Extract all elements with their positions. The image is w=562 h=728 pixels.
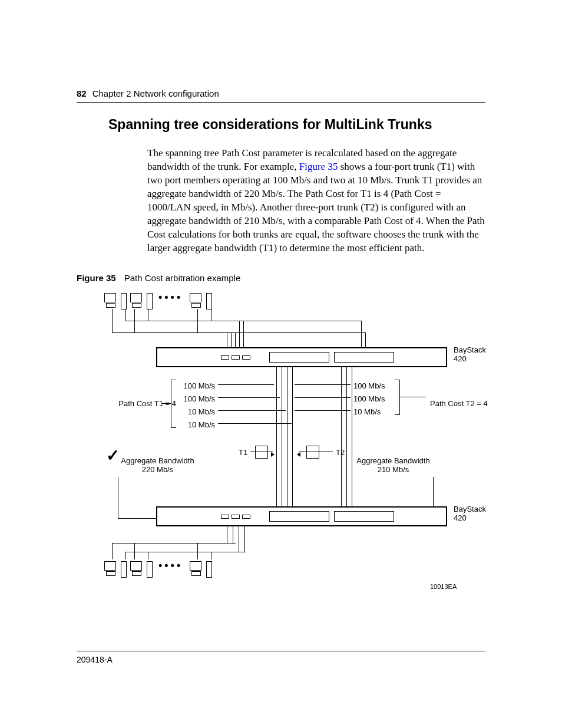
aggregate-box-outline [115,455,200,480]
connector-line [239,525,239,552]
connector-line [227,525,227,543]
tower-icon [147,560,153,578]
connector-line [148,309,148,321]
connector-line [148,552,148,559]
speed-label: 100 Mb/s [353,393,389,406]
connector-line [211,309,211,321]
port-group [221,515,262,518]
device-model: 420 [454,354,467,363]
figure-diagram: •••• S1 BayStack 420 [103,291,485,610]
switch-s1-model: BayStack 420 [454,345,486,364]
paragraph-text-post: shows a four-port trunk (T1) with two po… [147,161,485,253]
trunk-line [341,366,342,506]
aggregate-label: Aggregate Bandwidth [356,456,429,465]
trunk-marker [255,446,268,459]
port-block [269,352,329,363]
connector-line [235,332,236,347]
port-block [334,511,394,522]
speed-connector [218,384,274,385]
connector-line [112,543,236,543]
section-heading: Spanning tree considerations for MultiLi… [108,117,485,133]
port-block [334,352,394,363]
trunk-line [282,366,282,506]
ellipsis: •••• [155,291,186,309]
pathcost-t2-label: Path Cost T2 = 4 [430,399,488,408]
bracket-tick [399,397,426,397]
speed-label: 100 Mb/s [180,380,215,393]
page-number: 82 [77,88,87,98]
connector-line [112,543,113,559]
speed-label: 100 Mb/s [353,380,389,393]
connector-line [227,332,227,347]
connector-line [361,321,362,347]
speed-connector [218,410,286,411]
bracket [395,380,400,415]
figure-title: Path Cost arbitration example [124,273,241,283]
tower-icon [121,292,127,309]
body-paragraph: The spanning tree Path Cost parameter is… [147,147,485,255]
trunk-line [276,366,277,506]
t1-speed-list: 100 Mb/s 100 Mb/s 10 Mb/s 10 Mb/s [180,380,215,431]
speed-label: 100 Mb/s [180,393,215,406]
trunk-line [287,366,287,506]
switch-s2-model: BayStack 420 [454,505,486,523]
figure-id: 10013EA [430,583,457,590]
ellipsis: •••• [155,559,186,578]
speed-connector [295,410,351,411]
connector-line [125,552,246,552]
connector-line [243,321,244,347]
connector-line [197,543,198,559]
header-rule [77,102,485,103]
switch-s2 [156,506,447,526]
chapter-title: Chapter 2 Network configuration [92,88,219,98]
tower-icon [206,292,212,309]
connector-line [239,321,240,347]
port-block [269,511,329,522]
figure-caption: Figure 35Path Cost arbitration example [77,273,485,283]
connector-line [112,332,365,333]
trunk-t1-label: T1 [239,448,247,457]
footer-rule [77,651,485,651]
computer-icon [129,560,144,578]
aggregate-t2: Aggregate Bandwidth 210 Mb/s [351,456,436,475]
connector-line [211,552,211,559]
speed-connector [295,384,351,385]
figure-crossref-link[interactable]: Figure 35 [299,161,338,172]
computer-icon [189,560,204,578]
tower-icon [147,292,153,309]
trunk-line [292,366,293,506]
switch-s1 [156,347,447,367]
tower-icon [121,560,127,578]
connector-line [365,332,366,347]
footer-doc-number: 209418-A [77,655,485,664]
speed-label: 10 Mb/s [180,406,215,419]
speed-connector [295,397,351,398]
speed-connector [218,423,292,424]
connector-line [134,543,135,559]
t2-speed-list: 100 Mb/s 100 Mb/s 10 Mb/s [353,380,389,419]
trunk-line [346,366,347,506]
connector-line [125,309,126,321]
device-name: BayStack [454,505,486,513]
computer-icon [129,292,144,309]
figure-number: Figure 35 [77,273,116,283]
trunk-t2-label: T2 [336,448,345,457]
speed-connector [218,397,280,398]
connector-line [231,332,232,347]
connector-line [118,477,118,518]
pathcost-t1-label: Path Cost T1 = 4 [118,399,176,408]
tower-icon [206,560,212,578]
computer-icon [189,292,204,309]
port-group [221,355,262,359]
connector-line [112,309,113,332]
speed-label: 10 Mb/s [353,406,389,419]
connector-line [233,525,233,543]
trunk-line [352,366,352,506]
computer-icon [103,560,118,578]
speed-label: 10 Mb/s [180,419,215,431]
connector-line [244,525,245,552]
top-computer-row: •••• [103,291,212,309]
bottom-computer-row: •••• [103,559,212,578]
connector-line [125,552,126,559]
page-header: 82 Chapter 2 Network configuration [77,88,485,98]
